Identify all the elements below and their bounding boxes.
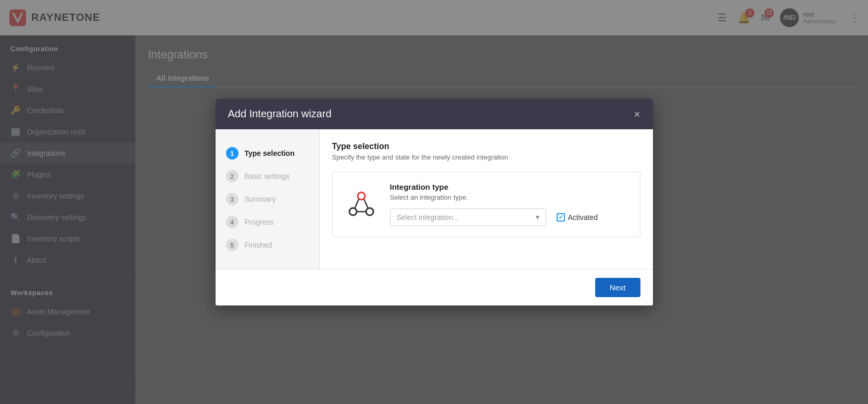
step-number-5: 5 [226, 239, 238, 251]
svg-line-4 [355, 199, 359, 209]
wizard-content-panel: Type selection Specify the type and stat… [320, 129, 653, 269]
integration-type-card: Integration type Select an integration t… [332, 172, 640, 237]
modal-close-button[interactable]: × [634, 109, 640, 119]
activated-checkmark-icon: ✓ [558, 214, 563, 221]
svg-line-5 [364, 199, 368, 209]
activated-label: Activated [568, 213, 598, 222]
modal-footer: Next [216, 269, 653, 305]
modal-title: Add Integration wizard [228, 108, 332, 120]
step-number-2: 2 [226, 170, 238, 182]
wizard-step-5[interactable]: 5 Finished [216, 234, 319, 256]
modal-header: Add Integration wizard × [216, 99, 653, 129]
step-label-2: Basic settings [245, 172, 290, 180]
integration-logo-icon [346, 189, 377, 220]
activated-checkbox-label[interactable]: ✓ Activated [557, 213, 598, 222]
wizard-steps-panel: 1 Type selection 2 Basic settings 3 Summ… [216, 129, 320, 269]
step-label-5: Finished [245, 241, 272, 249]
integration-info: Integration type Select an integration t… [390, 182, 630, 226]
step-label-3: Summary [245, 195, 276, 203]
integration-type-title: Integration type [390, 182, 630, 191]
integration-select-wrapper: Select integration... ▼ [390, 209, 546, 226]
activated-checkbox-box: ✓ [557, 213, 565, 222]
wizard-section-title: Type selection [332, 142, 640, 151]
integration-logo [343, 186, 380, 223]
svg-point-2 [349, 208, 357, 215]
integration-type-subtitle: Select an integration type. [390, 193, 630, 201]
wizard-step-2[interactable]: 2 Basic settings [216, 165, 319, 188]
step-number-4: 4 [226, 216, 238, 228]
next-button[interactable]: Next [595, 278, 640, 297]
step-number-1: 1 [226, 147, 238, 160]
wizard-step-4[interactable]: 4 Progress [216, 211, 319, 234]
svg-point-3 [366, 208, 373, 215]
modal-overlay: Add Integration wizard × 1 Type selectio… [0, 0, 868, 404]
step-label-4: Progress [245, 218, 274, 226]
integration-form-row: Select integration... ▼ ✓ Activated [390, 209, 630, 226]
wizard-step-1[interactable]: 1 Type selection [216, 142, 319, 165]
svg-point-1 [358, 192, 365, 200]
modal: Add Integration wizard × 1 Type selectio… [216, 99, 653, 305]
integration-select[interactable]: Select integration... [390, 209, 546, 226]
step-label-1: Type selection [245, 149, 295, 157]
wizard-section-subtitle: Specify the type and state for the newly… [332, 153, 640, 161]
modal-body: 1 Type selection 2 Basic settings 3 Summ… [216, 129, 653, 269]
step-number-3: 3 [226, 193, 238, 205]
wizard-step-3[interactable]: 3 Summary [216, 188, 319, 211]
